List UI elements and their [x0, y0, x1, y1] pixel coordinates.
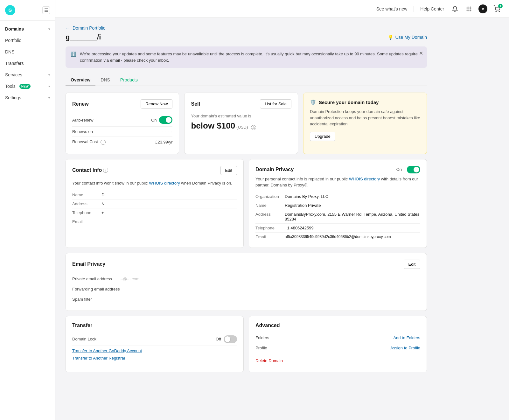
privacy-toggle[interactable]	[407, 166, 420, 173]
sidebar-item-transfers[interactable]: Transfers	[0, 58, 55, 69]
breadcrumb-arrow-icon: ←	[66, 25, 70, 31]
svg-point-7	[468, 10, 469, 11]
profile-row: Profile Assign to Profile	[255, 343, 420, 353]
svg-point-9	[496, 11, 496, 12]
privacy-email-label: Email	[255, 234, 281, 239]
tab-dns[interactable]: DNS	[95, 74, 115, 86]
toggle-knob	[225, 336, 230, 342]
cards-row-2: Contact Info i Edit Your contact info wo…	[66, 159, 427, 248]
contact-email-label: Email	[72, 219, 98, 224]
bulb-icon: 💡	[388, 35, 393, 40]
sell-price: below $100	[191, 121, 235, 130]
contact-email-row: Email	[72, 217, 237, 226]
topnav-divider	[414, 6, 414, 12]
domain-name: g_______/i	[66, 33, 101, 41]
contact-name-label: Name	[72, 192, 98, 197]
contact-whois-link[interactable]: WHOIS directory	[149, 181, 180, 186]
privacy-telephone-label: Telephone	[255, 226, 281, 230]
use-my-domain-label: Use My Domain	[395, 35, 427, 40]
transfer-card: Transfer Domain Lock Off Transfer to Ano…	[66, 316, 244, 372]
alert-text: We're processing your updates and some f…	[80, 51, 422, 63]
spam-filter-row: Spam filter	[72, 294, 420, 304]
help-center-link[interactable]: Help Center	[420, 6, 444, 11]
tabs: Overview DNS Products	[66, 74, 427, 86]
privacy-card-header: Domain Privacy On	[255, 166, 420, 173]
domain-lock-toggle[interactable]	[224, 335, 237, 343]
cards-row-3: Transfer Domain Lock Off Transfer to Ano…	[66, 316, 427, 372]
sell-price-row: below $100 (USD) ⚠	[191, 121, 291, 131]
auto-renew-value: On	[151, 118, 157, 122]
transfer-registrar-link[interactable]: Transfer to Another Registrar	[72, 356, 237, 360]
security-desc: Domain Protection keeps your domain safe…	[310, 108, 420, 127]
list-for-sale-button[interactable]: List for Sale	[260, 99, 291, 108]
user-avatar[interactable]: v	[478, 4, 487, 13]
security-header: 🛡️ Secure your domain today	[310, 99, 420, 105]
svg-point-1	[468, 6, 469, 7]
privacy-address-label: Address	[255, 212, 281, 221]
renew-card: Renew Renew Now Auto-renew On Ren	[66, 93, 179, 154]
sidebar-item-portfolio[interactable]: Portfolio	[0, 35, 55, 46]
auto-renew-toggle[interactable]	[159, 116, 172, 124]
contact-desc: Your contact info won't show in our publ…	[72, 180, 237, 186]
info-icon: ℹ️	[71, 52, 76, 57]
cart-icon[interactable]: 1	[492, 4, 501, 13]
renewal-cost-row: Renewal Cost i £23.99/yr	[72, 137, 172, 147]
topnav-icons: v 1	[450, 4, 501, 13]
contact-edit-button[interactable]: Edit	[220, 166, 237, 175]
toggle-knob	[166, 117, 171, 123]
security-card: 🛡️ Secure your domain today Domain Prote…	[303, 93, 427, 154]
auto-renew-row: Auto-renew On	[72, 114, 172, 127]
sell-price-info-icon[interactable]: ⚠	[251, 125, 256, 130]
grid-apps-icon[interactable]	[464, 4, 473, 13]
sidebar-item-services[interactable]: Services ▾	[0, 69, 55, 80]
add-to-folders-link[interactable]: Add to Folders	[393, 335, 420, 340]
chevron-down-icon: ▾	[48, 96, 50, 100]
alert-close-button[interactable]: ✕	[419, 50, 423, 56]
transfer-title: Transfer	[72, 323, 237, 328]
sell-card-header: Sell List for Sale	[191, 99, 291, 108]
shield-icon: 🛡️	[310, 99, 316, 105]
sidebar-item-tools[interactable]: Tools NEW ▾	[0, 80, 55, 92]
sidebar-toggle-button[interactable]: ☰	[42, 6, 50, 14]
logo: G	[5, 5, 15, 15]
privacy-org-value: Domains By Proxy, LLC	[285, 194, 328, 199]
sidebar-header: G ☰	[0, 0, 55, 21]
privacy-whois-link[interactable]: WHOIS directory	[349, 177, 380, 181]
profile-label: Profile	[255, 346, 267, 350]
sell-desc: Your domain's estimated value is	[191, 114, 291, 118]
sidebar-item-portfolio-label: Portfolio	[5, 38, 21, 43]
renews-on-label: Renews on	[72, 129, 93, 134]
email-privacy-edit-button[interactable]: Edit	[404, 260, 420, 269]
svg-point-2	[470, 6, 471, 7]
advanced-title: Advanced	[255, 323, 420, 328]
svg-point-10	[499, 11, 499, 12]
see-whats-new-link[interactable]: See what's new	[376, 6, 408, 11]
renewal-cost-info-icon[interactable]: i	[101, 140, 106, 145]
contact-address-row: Address N	[72, 200, 237, 208]
delete-domain-link[interactable]: Delete Domain	[255, 358, 283, 363]
sidebar-item-dns[interactable]: DNS	[0, 46, 55, 58]
sidebar-item-domains[interactable]: Domains ▾	[0, 23, 55, 35]
use-my-domain-button[interactable]: 💡 Use My Domain	[388, 35, 427, 40]
domain-header: g_______/i 💡 Use My Domain	[66, 33, 427, 41]
contact-info-icon[interactable]: i	[103, 168, 108, 173]
notification-bell-icon[interactable]	[450, 4, 459, 13]
privacy-name-value: Registration Private	[285, 203, 321, 208]
privacy-name-label: Name	[255, 203, 281, 208]
tab-products[interactable]: Products	[115, 74, 143, 86]
breadcrumb[interactable]: ← Domain Portfolio	[66, 25, 427, 31]
contact-telephone-label: Telephone	[72, 210, 98, 215]
email-privacy-card: Email Privacy Edit Private email address…	[66, 253, 427, 311]
transfer-godaddy-link[interactable]: Transfer to Another GoDaddy Account	[72, 348, 237, 353]
svg-point-0	[467, 6, 468, 7]
tab-overview[interactable]: Overview	[66, 74, 95, 86]
spam-filter-label: Spam filter	[72, 297, 92, 302]
renew-now-button[interactable]: Renew Now	[141, 99, 172, 108]
sell-title: Sell	[191, 101, 200, 107]
contact-name-value: D	[101, 192, 104, 197]
assign-to-profile-link[interactable]: Assign to Profile	[390, 346, 420, 350]
privacy-name-row: Name Registration Private	[255, 201, 420, 210]
sidebar-item-settings[interactable]: Settings ▾	[0, 92, 55, 103]
email-privacy-header: Email Privacy Edit	[72, 260, 420, 269]
upgrade-button[interactable]: Upgrade	[310, 132, 335, 141]
